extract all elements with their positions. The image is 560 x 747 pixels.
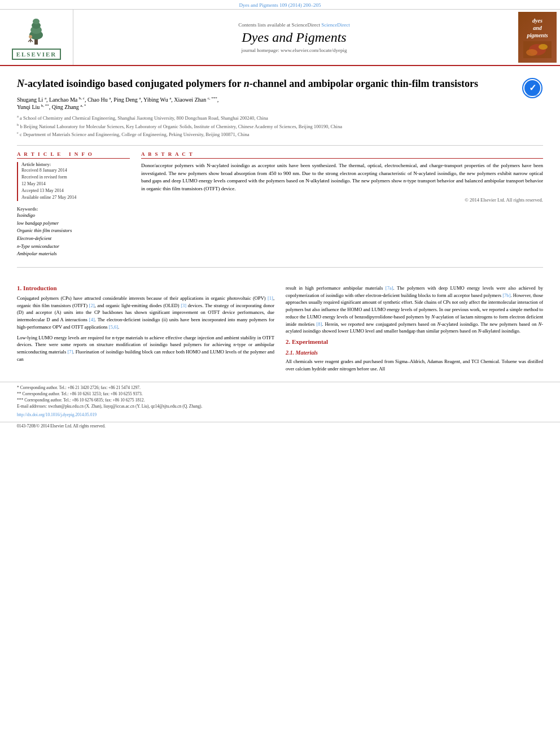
divider-1 <box>17 145 543 146</box>
journal-image-icon <box>523 41 552 58</box>
journal-header-bar: Dyes and Pigments 109 (2014) 200–205 <box>0 0 560 10</box>
journal-title-area: Contents lists available at ScienceDirec… <box>73 10 515 65</box>
history-label: Article history: <box>21 162 130 167</box>
page: Dyes and Pigments 109 (2014) 200–205 <box>0 0 560 747</box>
intro-para-1: Conjugated polymers (CPs) have attracted… <box>17 295 274 331</box>
affiliation-c: c c Department of Materials Science and … <box>17 130 543 138</box>
keyword-2: low bandgap polymer <box>17 220 130 228</box>
science-direct-link[interactable]: ScienceDirect <box>321 22 349 28</box>
footnote-4: E-mail addresses: xwzhan@pku.edu.cn (X. … <box>17 403 543 409</box>
keyword-5: n-Type semiconductor <box>17 243 130 251</box>
journal-title: Dyes and Pigments <box>242 30 346 45</box>
ref-7b[interactable]: [7b] <box>502 292 510 298</box>
right-para-1: result in high performance ambipolar mat… <box>286 285 543 335</box>
keywords-label: Keywords: <box>17 207 130 212</box>
revised-date: 12 May 2014 <box>21 181 130 187</box>
available-online: Available online 27 May 2014 <box>21 194 130 201</box>
svg-point-4 <box>33 19 40 24</box>
keyword-4: Electron-deficient <box>17 235 130 243</box>
svg-text:CrossMark: CrossMark <box>526 94 539 97</box>
elsevier-logo: ELSEVIER <box>12 15 62 60</box>
keyword-3: Organic thin film transistors <box>17 227 130 235</box>
accepted-date: Accepted 13 May 2014 <box>21 187 130 194</box>
body-right-col: result in high performance ambipolar mat… <box>286 285 543 376</box>
svg-point-12 <box>539 44 548 50</box>
ref-4[interactable]: [4] <box>89 317 95 322</box>
footer-bar: 0143-7208/© 2014 Elsevier Ltd. All right… <box>0 422 560 430</box>
keywords-section: Keywords: Isoindigo low bandgap polymer … <box>17 207 130 258</box>
journal-citation: Dyes and Pigments 109 (2014) 200–205 <box>239 2 321 8</box>
article-history: Article history: Received 8 January 2014… <box>17 162 130 201</box>
keyword-6: Ambipolar materials <box>17 250 130 258</box>
svg-point-5 <box>29 35 32 38</box>
affiliation-a: a a School of Chemistry and Chemical Eng… <box>17 113 543 122</box>
ref-5-6[interactable]: [5,6] <box>109 324 118 330</box>
article-info-title: A R T I C L E I N F O <box>17 151 130 159</box>
experimental-heading: 2. Experimental <box>286 338 543 345</box>
ref-2[interactable]: [2] <box>89 303 95 308</box>
keyword-1: Isoindigo <box>17 212 130 220</box>
journal-badge: dyesandpigments <box>518 12 557 63</box>
elsevier-tree-icon <box>19 15 53 46</box>
ref-7[interactable]: [7] <box>67 349 73 355</box>
ref-8[interactable]: [8] <box>316 321 322 327</box>
received-revised-label: Received in revised form <box>21 174 130 181</box>
abstract-text: Donor/acceptor polymers with N-acylated … <box>141 162 543 193</box>
publisher-logo-area: ELSEVIER <box>0 10 73 65</box>
divider-2 <box>17 267 543 268</box>
crossmark-icon: ✓ CrossMark <box>522 77 543 99</box>
journal-homepage: journal homepage: www.elsevier.com/locat… <box>242 47 347 53</box>
article-info-abstract: A R T I C L E I N F O Article history: R… <box>17 151 543 258</box>
svg-text:✓: ✓ <box>529 83 536 93</box>
affiliation-b: b b Beijing National Laboratory for Mole… <box>17 122 543 130</box>
introduction-heading: 1. Introduction <box>17 285 274 291</box>
body-left-col: 1. Introduction Conjugated polymers (CPs… <box>17 285 274 376</box>
intro-para-2: Low-lying LUMO energy levels are require… <box>17 334 274 363</box>
svg-point-11 <box>526 49 537 56</box>
abstract-title: A B S T R A C T <box>141 151 543 159</box>
body-content: 1. Introduction Conjugated polymers (CPs… <box>0 285 560 376</box>
elsevier-text: ELSEVIER <box>12 49 62 60</box>
article-info-panel: A R T I C L E I N F O Article history: R… <box>17 151 130 258</box>
crossmark-area: ✓ CrossMark <box>522 77 543 100</box>
journal-header: ELSEVIER Contents lists available at Sci… <box>0 10 560 66</box>
footnote-1: * Corresponding author. Tel.: +86 21 342… <box>17 385 543 391</box>
footnotes-section: * Corresponding author. Tel.: +86 21 342… <box>0 382 560 420</box>
ref-7a[interactable]: [7a] <box>386 285 393 291</box>
affiliations: a a School of Chemistry and Chemical Eng… <box>17 113 543 138</box>
ref-1[interactable]: [1] <box>268 295 273 301</box>
copyright-line: © 2014 Elsevier Ltd. All rights reserved… <box>141 197 543 203</box>
article-title: N-acylated isoindigo based conjugated po… <box>17 77 543 90</box>
science-direct-text: Contents lists available at ScienceDirec… <box>238 22 350 28</box>
materials-subheading: 2.1. Materials <box>286 350 543 356</box>
footer-text: 0143-7208/© 2014 Elsevier Ltd. All right… <box>17 423 106 429</box>
ref-3[interactable]: [3] <box>181 303 186 308</box>
doi-link[interactable]: http://dx.doi.org/10.1016/j.dyepig.2014.… <box>17 412 543 417</box>
footnote-2: ** Corresponding author. Tel.: +86 10 62… <box>17 391 543 397</box>
abstract-section: A B S T R A C T Donor/acceptor polymers … <box>141 151 543 258</box>
materials-para: All chemicals were reagent grades and pu… <box>286 358 543 373</box>
received-date: Received 8 January 2014 <box>21 167 130 174</box>
journal-badge-area: dyesandpigments <box>515 10 560 65</box>
footnote-3: *** Corresponding author. Tel.: +86 10 6… <box>17 397 543 403</box>
article-content: ✓ CrossMark N-acylated isoindigo based c… <box>0 66 560 285</box>
authors-line: Shugang Li a, Lanchao Ma b, c, Chao Hu a… <box>17 96 543 110</box>
